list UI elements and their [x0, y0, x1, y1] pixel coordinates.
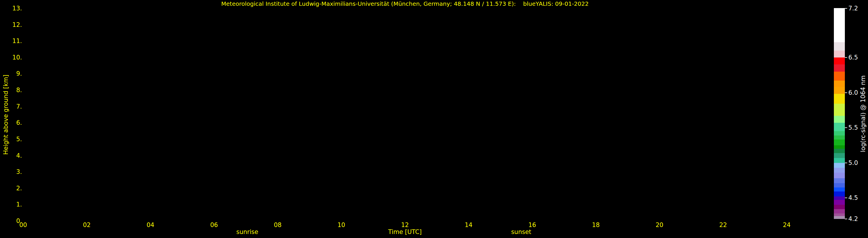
y-tick-label: 13. [12, 5, 22, 12]
colorbar-tick-mark [845, 57, 847, 58]
colorbar-segment [834, 87, 845, 94]
colorbar-segment [834, 8, 845, 42]
colorbar-segment [834, 123, 845, 131]
colorbar-segment [834, 64, 845, 72]
x-tick-label: 14 [465, 222, 473, 229]
x-tick-label: 02 [83, 222, 91, 229]
y-tick-label: 11. [12, 38, 22, 44]
colorbar-tick-label: 4.5 [848, 194, 858, 201]
y-tick-label: 1. [16, 201, 22, 208]
colorbar-tick-mark [845, 198, 847, 198]
colorbar-segment [834, 58, 845, 65]
page-title: Meteorological Institute of Ludwig-Maxim… [221, 1, 589, 7]
colorbar-segment [834, 131, 845, 135]
colorbar-segment [834, 172, 845, 178]
colorbar-segment [834, 209, 845, 213]
x-tick-label: 08 [274, 222, 282, 229]
colorbar-segment [834, 216, 845, 219]
sunrise-label: sunrise [236, 229, 258, 235]
colorbar-segment [834, 153, 845, 158]
y-tick-label: 6. [16, 119, 22, 126]
colorbar-tick-mark [845, 219, 847, 219]
y-tick-label: 8. [16, 87, 22, 94]
colorbar-segment [834, 158, 845, 163]
colorbar-tick-label: 6.5 [848, 54, 858, 61]
colorbar-segment [834, 104, 845, 116]
y-tick-label: 3. [16, 168, 22, 175]
lidar-quicklook-window: Meteorological Institute of Ludwig-Maxim… [0, 0, 868, 238]
colorbar-segment [834, 139, 845, 145]
colorbar-segment [834, 213, 845, 216]
y-tick-label: 4. [16, 152, 22, 159]
colorbar-segment [834, 178, 845, 183]
colorbar-segment [834, 148, 845, 153]
colorbar-segment [834, 205, 845, 209]
x-tick-label: 10 [338, 222, 345, 229]
y-tick-label: 5. [16, 136, 22, 143]
x-tick-label: 24 [783, 222, 791, 229]
y-tick-label: 12. [12, 21, 22, 28]
x-axis-label: Time [UTC] [388, 229, 422, 235]
colorbar-tick-label: 5.5 [848, 124, 858, 131]
colorbar-segment [834, 71, 845, 80]
colorbar-tick-label: 5.0 [848, 160, 858, 166]
colorbar-segment [834, 94, 845, 104]
colorbar-segment [834, 50, 845, 58]
y-tick-label: 2. [16, 185, 22, 192]
colorbar-segment [834, 163, 845, 168]
colorbar-tick-mark [845, 127, 847, 128]
colorbar-segment [834, 145, 845, 149]
lidar-heatmap-canvas [23, 8, 787, 221]
colorbar-segment [834, 42, 845, 50]
colorbar-segment [834, 200, 845, 205]
colorbar-segment [834, 192, 845, 197]
x-tick-label: 06 [210, 222, 218, 229]
colorbar-tick-mark [845, 163, 847, 163]
colorbar-label: log(rc-signal) @ 1064 nm [860, 75, 866, 152]
x-tick-label: 12 [401, 222, 409, 229]
colorbar-tick-label: 4.2 [848, 215, 858, 223]
colorbar-tick-mark [845, 93, 847, 93]
colorbar-tick-label: 7.2 [848, 5, 858, 12]
x-tick-label: 20 [656, 222, 663, 229]
y-axis-label: Height above ground [km] [3, 74, 9, 155]
colorbar-segment [834, 168, 845, 173]
x-tick-label: 18 [592, 222, 600, 229]
x-tick-label: 04 [147, 222, 154, 229]
y-tick-label: 10. [12, 54, 22, 61]
y-tick-label: 0. [16, 217, 22, 225]
colorbar-segment [834, 187, 845, 192]
y-tick-label: 9. [16, 70, 22, 77]
sunset-label: sunset [511, 229, 531, 235]
colorbar-tick-mark [845, 8, 847, 9]
colorbar-segment [834, 135, 845, 139]
colorbar-segment [834, 115, 845, 123]
colorbar-segment [834, 196, 845, 200]
colorbar-segment [834, 183, 845, 187]
x-tick-label: 22 [719, 222, 727, 229]
colorbar-tick-label: 6.0 [848, 89, 858, 96]
x-tick-label: 16 [528, 222, 536, 229]
y-tick-label: 7. [16, 103, 22, 110]
colorbar [834, 8, 845, 219]
colorbar-segment [834, 80, 845, 87]
